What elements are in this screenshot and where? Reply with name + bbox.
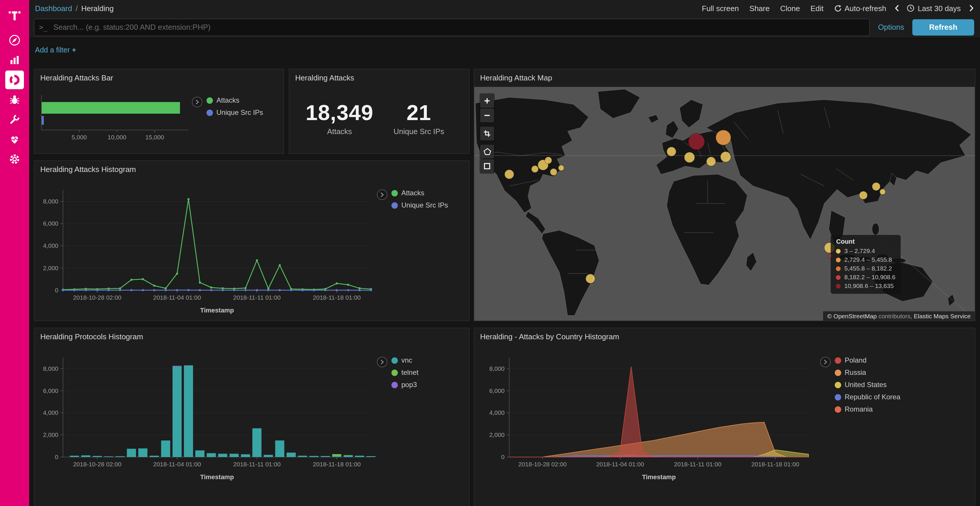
map-point[interactable] <box>545 157 552 164</box>
sidebar-item-management[interactable] <box>0 149 29 169</box>
breadcrumb-separator: / <box>76 4 78 13</box>
legend-item[interactable]: Romania <box>835 405 900 413</box>
legend: AttacksUnique Src IPs <box>377 189 448 209</box>
map-point[interactable] <box>667 147 676 156</box>
legend-label: Russia <box>845 368 866 377</box>
full-screen-button[interactable]: Full screen <box>702 4 739 13</box>
breadcrumb-dashboard-link[interactable]: Dashboard <box>35 4 72 13</box>
zoom-out-button[interactable] <box>480 108 494 122</box>
map-point[interactable] <box>531 165 538 173</box>
map-point[interactable] <box>721 152 731 162</box>
map-point[interactable] <box>504 170 514 179</box>
svg-text:2018-11-04 01:00: 2018-11-04 01:00 <box>153 294 201 301</box>
fit-data-bounds-button[interactable] <box>480 127 494 141</box>
map-legend-row: 10,908.6 – 13,635 <box>836 282 896 290</box>
legend-item[interactable]: telnet <box>391 368 418 377</box>
osm-link[interactable]: © OpenStreetMap <box>827 312 877 319</box>
breadcrumb-current: Heralding <box>81 4 113 13</box>
sidebar-item-devtools[interactable] <box>0 109 29 129</box>
options-link[interactable]: Options <box>878 23 904 32</box>
rectangle-icon <box>483 162 491 170</box>
legend-item[interactable]: United States <box>835 381 900 389</box>
svg-text:8,000: 8,000 <box>43 198 58 205</box>
map-legend-dot <box>836 284 841 288</box>
sidebar-item-visualize[interactable] <box>0 50 29 70</box>
map-legend-title: Count <box>836 238 896 245</box>
time-back-button[interactable] <box>894 4 900 12</box>
sidebar-item-discover[interactable] <box>0 30 29 50</box>
heartbeat-icon <box>8 133 21 146</box>
legend-label: Romania <box>845 405 873 413</box>
panel-country-histogram: Heralding - Attacks by Country Histogram… <box>474 328 975 506</box>
sidebar-item-dashboard[interactable] <box>0 70 29 90</box>
clock-icon <box>907 4 915 12</box>
svg-text:8,000: 8,000 <box>43 365 58 372</box>
zoom-in-button[interactable] <box>480 94 494 108</box>
map-point[interactable] <box>558 165 564 171</box>
attacks-histogram-chart: 02,0004,0006,0008,0002018-10-28 02:00201… <box>34 161 469 321</box>
legend-item[interactable]: Attacks <box>207 96 263 104</box>
legend-dot <box>835 394 841 400</box>
map-point[interactable] <box>859 191 867 199</box>
wrench-icon <box>8 113 21 126</box>
country-histogram-chart: 02,0004,0006,0008,0002018-10-28 02:00201… <box>474 328 975 506</box>
metric-value: 18,349 <box>301 101 378 125</box>
legend-item[interactable]: Poland <box>835 356 900 364</box>
legend: AttacksUnique Src IPs <box>192 96 263 117</box>
legend-item[interactable]: Russia <box>835 368 900 377</box>
draw-polygon-button[interactable] <box>480 144 494 159</box>
svg-text:Timestamp: Timestamp <box>200 307 234 314</box>
sidebar-item-monitoring[interactable] <box>0 129 29 149</box>
map-point[interactable] <box>550 168 557 176</box>
top-navbar: Dashboard / Heralding Full screen Share … <box>29 0 980 16</box>
time-picker-button[interactable]: Last 30 days <box>907 4 961 13</box>
legend-toggle-button[interactable] <box>377 189 387 200</box>
chevron-right-icon <box>823 359 828 365</box>
legend-toggle-button[interactable] <box>192 97 202 107</box>
map-point[interactable] <box>684 152 695 163</box>
legend-item[interactable]: Unique Src IPs <box>207 108 263 117</box>
map-point[interactable] <box>688 133 705 150</box>
legend-toggle-button[interactable] <box>820 357 830 367</box>
legend-item[interactable]: Unique Src IPs <box>391 201 448 209</box>
compass-icon <box>8 34 21 47</box>
svg-text:2018-11-04 01:00: 2018-11-04 01:00 <box>153 461 201 468</box>
map-point[interactable] <box>585 274 595 283</box>
edit-button[interactable]: Edit <box>811 4 824 13</box>
map-point[interactable] <box>706 157 716 166</box>
legend-item[interactable]: pop3 <box>391 381 418 389</box>
legend-toggle-button[interactable] <box>377 357 387 367</box>
search-input[interactable] <box>52 22 869 32</box>
map-legend-dot <box>836 257 841 262</box>
sidebar-item-timelion[interactable] <box>0 90 29 109</box>
svg-text:Timestamp: Timestamp <box>200 473 234 481</box>
map-point[interactable] <box>880 189 886 195</box>
time-forward-button[interactable] <box>969 4 974 12</box>
dashboard-icon <box>8 73 21 86</box>
legend-item[interactable]: Republic of Korea <box>835 393 900 401</box>
auto-refresh-button[interactable]: Auto-refresh <box>834 4 886 13</box>
svg-text:0: 0 <box>55 287 58 293</box>
telekom-logo <box>0 0 29 30</box>
chevron-right-icon <box>195 99 199 105</box>
svg-text:0: 0 <box>501 454 504 460</box>
refresh-button[interactable]: Refresh <box>912 19 974 35</box>
legend-item[interactable]: Attacks <box>391 189 448 197</box>
legend-item[interactable]: vnc <box>391 356 418 364</box>
query-bar: >_ Options Refresh <box>29 16 980 38</box>
map-legend-label: 2,729.4 – 5,455.8 <box>845 255 892 264</box>
map-point[interactable] <box>872 182 880 190</box>
protocols-histogram-chart: 02,0004,0006,0008,0002018-10-28 02:00201… <box>34 328 469 506</box>
panel-title: Heralding Attacks Bar <box>40 73 113 82</box>
add-filter-link[interactable]: Add a filter + <box>35 46 76 54</box>
share-button[interactable]: Share <box>749 4 769 13</box>
svg-text:2018-10-28 02:00: 2018-10-28 02:00 <box>73 294 121 301</box>
draw-rectangle-button[interactable] <box>480 159 494 173</box>
svg-text:2018-11-11 01:00: 2018-11-11 01:00 <box>233 294 281 301</box>
map-point[interactable] <box>716 130 731 145</box>
refresh-icon <box>834 5 842 12</box>
clone-button[interactable]: Clone <box>780 4 800 13</box>
ems-link[interactable]: Elastic Maps Service <box>914 312 970 319</box>
world-map[interactable]: Count 3 – 2,729.42,729.4 – 5,455.85,455.… <box>474 87 975 320</box>
svg-text:2018-10-28 02:00: 2018-10-28 02:00 <box>518 461 567 468</box>
